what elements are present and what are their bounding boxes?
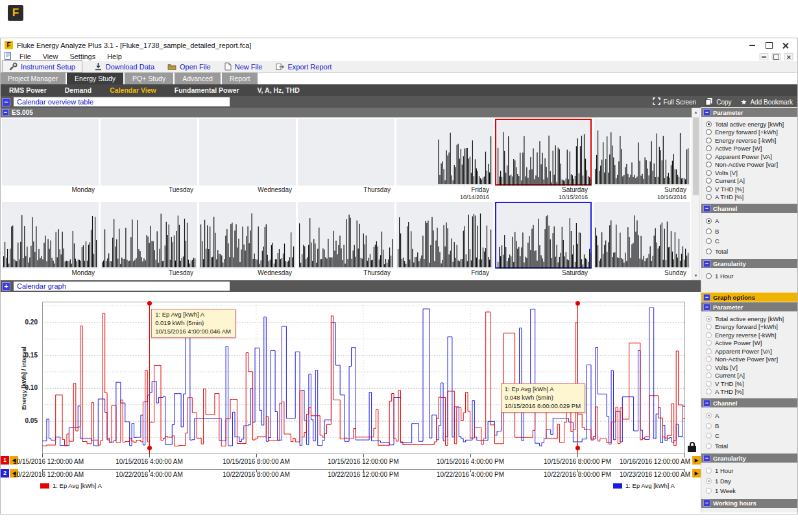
day-chart-thursday[interactable]	[298, 202, 394, 269]
day-chart-wednesday[interactable]	[199, 119, 296, 186]
calendar-cell-tuesday[interactable]: Tuesday	[101, 119, 197, 202]
channel-header[interactable]: − Channel	[701, 204, 798, 213]
graph-section-title[interactable]: Calendar graph	[14, 282, 230, 291]
day-chart-wednesday[interactable]	[199, 202, 296, 269]
subtab-fundamental-power[interactable]: Fundamental Power	[165, 84, 248, 96]
radio-v-thd[interactable]: V THD [%]	[706, 185, 798, 193]
radio-b[interactable]: B	[706, 226, 798, 237]
radio-energy-forward-kwh[interactable]: Energy forward [+kWh]	[706, 128, 798, 137]
collapse-button[interactable]: −	[703, 500, 710, 507]
day-chart-sunday[interactable]	[594, 119, 690, 186]
expand-button[interactable]: +	[2, 282, 10, 291]
radio-current-a[interactable]: Current [A]	[706, 177, 798, 186]
calendar-cell-friday[interactable]: Friday10/14/2016	[396, 119, 493, 202]
calendar-cell-monday[interactable]: Monday	[2, 202, 99, 276]
collapse-button[interactable]: −	[703, 205, 710, 212]
calendar-scrollbar[interactable]: ▲ ▼	[692, 108, 700, 280]
radio-total[interactable]: Total	[706, 247, 798, 257]
close-button[interactable]	[777, 40, 794, 51]
scrollbar-thumb[interactable]	[693, 117, 699, 195]
tab-project-manager[interactable]: Project Manager	[0, 73, 66, 84]
radio-apparent-power-va[interactable]: Apparent Power [VA]	[706, 152, 798, 161]
calendar-cell-thursday[interactable]: Thursday	[298, 202, 394, 276]
radio-energy-reverse-kwh[interactable]: Energy reverse [-kWh]	[706, 136, 798, 145]
scroll-up-icon[interactable]: ▲	[692, 108, 699, 116]
radio-volts-v[interactable]: Volts [V]	[706, 169, 798, 177]
collapse-button[interactable]: −	[703, 455, 710, 462]
pan-right-icon[interactable]: ▶	[692, 456, 701, 465]
collapse-button[interactable]: −	[2, 109, 9, 116]
export-report-button[interactable]: Export Report	[269, 61, 339, 72]
new-file-button[interactable]: New File	[217, 61, 269, 72]
calendar-cell-sunday[interactable]: Sunday	[594, 202, 690, 276]
scroll-down-icon[interactable]: ▼	[692, 272, 699, 280]
tab-advanced[interactable]: Advanced	[175, 73, 221, 84]
day-chart-monday[interactable]	[2, 202, 99, 269]
day-chart-saturday[interactable]	[495, 202, 592, 269]
calendar-cell-friday[interactable]: Friday	[396, 202, 493, 276]
radio-active-power-w[interactable]: Active Power [W]	[706, 145, 798, 153]
graph-plot-area[interactable]	[42, 302, 685, 455]
mdi-minimize-button[interactable]	[760, 53, 769, 60]
calendar-cell-saturday[interactable]: Saturday10/15/2016	[495, 119, 592, 202]
tab-report[interactable]: Report	[222, 73, 258, 84]
day-chart-friday[interactable]	[396, 119, 493, 186]
day-chart-tuesday[interactable]	[101, 202, 197, 269]
calendar-cell-tuesday[interactable]: Tuesday	[101, 202, 197, 276]
day-chart-friday[interactable]	[396, 202, 493, 269]
calendar-cell-thursday[interactable]: Thursday	[298, 119, 394, 202]
pan-right-icon[interactable]: ▶	[692, 469, 701, 478]
cursor-handle[interactable]	[147, 446, 152, 450]
graph-cursor[interactable]	[577, 302, 578, 454]
collapse-button[interactable]: −	[703, 294, 710, 301]
subtab-calendar-view[interactable]: Calendar View	[101, 84, 165, 96]
menu-settings[interactable]: Settings	[64, 53, 101, 60]
channel-header[interactable]: − Channel	[701, 398, 798, 407]
radio-1-hour[interactable]: 1 Hour	[706, 271, 798, 280]
calendar-cell-wednesday[interactable]: Wednesday	[199, 202, 296, 276]
day-chart-sunday[interactable]	[594, 202, 690, 269]
day-chart-monday[interactable]	[2, 119, 99, 186]
minimize-button[interactable]	[744, 40, 760, 51]
calendar-cell-saturday[interactable]: Saturday	[495, 202, 592, 276]
day-chart-tuesday[interactable]	[101, 119, 197, 186]
restore-button[interactable]	[760, 40, 777, 51]
instrument-setup-button[interactable]: Instrument Setup	[2, 60, 82, 73]
radio-a-thd[interactable]: A THD [%]	[706, 193, 798, 202]
tab-energy-study[interactable]: Energy Study	[67, 73, 123, 84]
copy-button[interactable]: Copy	[705, 97, 731, 107]
radio-total-active-energy-kwh[interactable]: Total active energy [kWh]	[706, 120, 798, 128]
granularity-header[interactable]: − Granularity	[701, 453, 798, 463]
overview-section-title[interactable]: Calendar overview table	[14, 97, 230, 106]
subtab-demand[interactable]: Demand	[56, 84, 101, 96]
radio-c[interactable]: C	[706, 236, 798, 247]
tab-pq-study[interactable]: PQ+ Study	[125, 73, 173, 84]
mdi-restore-button[interactable]	[772, 53, 781, 60]
working-hours-header[interactable]: − Working hours	[701, 499, 798, 508]
menu-help[interactable]: Help	[101, 53, 128, 60]
lock-icon[interactable]	[688, 446, 696, 452]
day-chart-saturday[interactable]	[495, 119, 592, 186]
radio-non-active-power-var[interactable]: Non-Active Power [var]	[706, 161, 798, 169]
graph-cursor[interactable]	[149, 302, 150, 454]
radio-a[interactable]: A	[706, 216, 798, 226]
cursor-handle[interactable]	[147, 301, 152, 306]
download-data-button[interactable]: Download Data	[88, 61, 161, 72]
add-bookmark-button[interactable]: ★Add Bookmark	[741, 99, 793, 106]
full-screen-button[interactable]: Full Screen	[653, 97, 697, 106]
menu-file[interactable]: File	[14, 53, 37, 60]
collapse-button[interactable]: −	[703, 400, 710, 407]
parameter-header[interactable]: − Parameter	[701, 302, 798, 311]
calendar-cell-wednesday[interactable]: Wednesday	[199, 119, 296, 202]
collapse-button[interactable]: −	[703, 304, 710, 311]
graph-options-header[interactable]: − Graph options	[701, 293, 798, 302]
calendar-cell-sunday[interactable]: Sunday10/16/2016	[594, 119, 690, 202]
calendar-cell-monday[interactable]: Monday	[2, 119, 99, 202]
subtab-rms-power[interactable]: RMS Power	[0, 84, 56, 96]
menu-view[interactable]: View	[37, 53, 64, 60]
subtab-v-a-hz-thd[interactable]: V, A, Hz, THD	[248, 84, 309, 96]
open-file-button[interactable]: Open File	[161, 61, 217, 72]
mdi-close-button[interactable]	[784, 53, 793, 60]
granularity-header[interactable]: − Granularity	[701, 259, 798, 268]
collapse-button[interactable]: −	[703, 109, 710, 116]
